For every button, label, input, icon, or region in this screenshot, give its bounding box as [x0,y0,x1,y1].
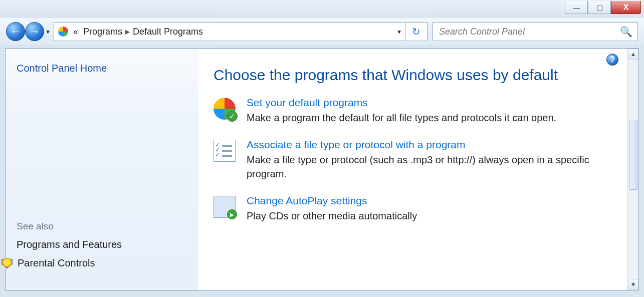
breadcrumb-chevrons: « [73,27,78,37]
titlebar: — ▢ X [0,0,644,18]
refresh-button[interactable]: ↻ [405,22,427,41]
see-also-header: See also [17,221,187,232]
option-associate-file-type: Associate a file type or protocol with a… [213,139,623,181]
address-dropdown[interactable]: ▾ [397,28,401,36]
autoplay-icon [213,196,236,218]
parental-controls-label: Parental Controls [18,257,95,269]
window-controls: — ▢ X [565,1,641,14]
associate-icon [213,140,236,162]
control-panel-home-link[interactable]: Control Panel Home [17,63,187,74]
parental-controls-link[interactable]: Parental Controls [17,257,187,269]
main-panel: ? Choose the programs that Windows uses … [198,49,638,290]
default-programs-icon [213,98,236,120]
vertical-scrollbar[interactable]: ▲ ▼ [627,49,638,290]
control-panel-icon [58,27,68,37]
set-default-programs-link[interactable]: Set your default programs [247,97,368,109]
search-input[interactable] [438,26,620,38]
history-dropdown[interactable]: ▾ [46,28,50,36]
associate-file-type-desc: Make a file type or protocol (such as .m… [247,153,623,181]
search-box[interactable]: 🔍 [433,22,638,41]
content-area: Control Panel Home See also Programs and… [5,48,639,290]
breadcrumb-separator: ▸ [125,26,130,37]
address-bar[interactable]: « Programs ▸ Default Programs ▾ [54,22,405,41]
nav-arrows: ← → ▾ [6,22,50,41]
shield-icon [2,258,13,269]
navigation-bar: ← → ▾ « Programs ▸ Default Programs ▾ ↻ … [0,18,644,45]
change-autoplay-link[interactable]: Change AutoPlay settings [247,195,367,207]
maximize-button[interactable]: ▢ [588,1,611,14]
page-title: Choose the programs that Windows uses by… [213,67,623,84]
scroll-down-button[interactable]: ▼ [628,279,638,290]
minimize-button[interactable]: — [565,1,588,14]
set-default-programs-desc: Make a program the default for all file … [247,111,623,125]
back-button[interactable]: ← [6,22,25,41]
option-change-autoplay: Change AutoPlay settings Play CDs or oth… [213,195,623,223]
help-button[interactable]: ? [606,54,618,66]
programs-and-features-link[interactable]: Programs and Features [17,239,187,250]
programs-and-features-label: Programs and Features [17,239,122,250]
scroll-track[interactable] [628,60,638,279]
breadcrumb-default-programs[interactable]: Default Programs [133,27,203,37]
scroll-up-button[interactable]: ▲ [628,49,638,60]
sidebar: Control Panel Home See also Programs and… [6,49,198,290]
forward-button[interactable]: → [25,22,44,41]
associate-file-type-link[interactable]: Associate a file type or protocol with a… [247,139,466,151]
search-icon[interactable]: 🔍 [620,26,632,38]
option-set-default-programs: Set your default programs Make a program… [213,97,623,125]
change-autoplay-desc: Play CDs or other media automatically [247,209,623,223]
scroll-thumb[interactable] [629,120,637,190]
breadcrumb-programs[interactable]: Programs [83,27,122,37]
close-button[interactable]: X [611,1,641,14]
